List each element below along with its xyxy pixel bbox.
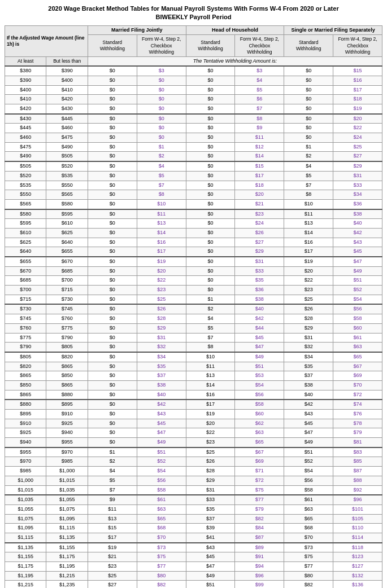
cell: $640 — [5, 247, 46, 257]
cell: $1,195 — [46, 562, 88, 572]
cell: $0 — [186, 209, 235, 219]
cell: $47 — [235, 343, 284, 352]
cell: $40 — [333, 219, 382, 229]
hoh-w4-header: Form W-4, Step 2, Checkbox Withholding — [235, 35, 284, 56]
cell: $865 — [46, 362, 88, 371]
cell: $380 — [5, 66, 46, 76]
cell: $67 — [235, 447, 284, 457]
cell: $41 — [186, 533, 235, 542]
cell: $79 — [333, 428, 382, 438]
cell: $10 — [186, 352, 235, 362]
cell: $1,035 — [5, 495, 46, 504]
cell: $54 — [235, 380, 284, 390]
table-row: $520$535$0$5$0$17$5$31 — [5, 171, 382, 181]
cell: $445 — [5, 124, 46, 133]
cell: $0 — [88, 390, 137, 400]
cell: $114 — [333, 533, 382, 542]
cell: $0 — [186, 124, 235, 133]
cell: $0 — [88, 295, 137, 304]
table-row: $1,135$1,155$19$73$43$89$73$118 — [5, 543, 382, 552]
cell: $865 — [5, 390, 46, 400]
table-row: $475$490$0$1$0$12$1$25 — [5, 142, 382, 152]
cell: $81 — [333, 438, 382, 447]
cell: $33 — [186, 495, 235, 504]
cell: $420 — [46, 95, 88, 104]
cell: $43 — [137, 410, 186, 419]
cell: $65 — [333, 352, 382, 362]
table-row: $1,175$1,195$23$77$47$94$77$127 — [5, 562, 382, 572]
cell: $820 — [46, 352, 88, 362]
cell: $0 — [284, 66, 333, 76]
cell: $0 — [137, 85, 186, 95]
cell: $0 — [88, 209, 137, 219]
cell: $2 — [284, 152, 333, 161]
cell: $23 — [284, 286, 333, 295]
cell: $23 — [137, 286, 186, 295]
cell: $6 — [235, 95, 284, 104]
cell: $880 — [46, 390, 88, 400]
cell: $475 — [46, 133, 88, 143]
cell: $44 — [235, 323, 284, 333]
cell: $580 — [5, 209, 46, 219]
cell: $0 — [88, 104, 137, 114]
table-row: $1,000$1,015$5$56$29$72$56$88 — [5, 476, 382, 485]
cell: $25 — [186, 447, 235, 457]
cell: $625 — [46, 228, 88, 238]
cell: $73 — [137, 543, 186, 552]
cell: $42 — [284, 400, 333, 409]
cell: $565 — [46, 190, 88, 200]
table-row: $955$970$1$51$25$67$51$83 — [5, 447, 382, 457]
cell: $1 — [284, 142, 333, 152]
cell: $0 — [137, 76, 186, 85]
cell: $56 — [333, 304, 382, 314]
cell: $0 — [186, 133, 235, 143]
cell: $5 — [235, 85, 284, 95]
cell: $34 — [137, 352, 186, 362]
cell: $0 — [186, 152, 235, 161]
cell: $0 — [88, 266, 137, 276]
cell: $0 — [88, 190, 137, 200]
cell: $79 — [235, 504, 284, 514]
cell: $35 — [284, 362, 333, 371]
cell: $7 — [235, 104, 284, 114]
cell: $69 — [333, 371, 382, 381]
cell: $25 — [137, 295, 186, 304]
cell: $68 — [284, 524, 333, 533]
cell: $78 — [333, 419, 382, 428]
table-row: $1,035$1,055$9$61$33$77$61$96 — [5, 495, 382, 504]
table-row: $730$745$0$26$2$40$26$56 — [5, 304, 382, 314]
cell: $9 — [235, 124, 284, 133]
table-row: $685$700$0$22$0$35$22$51 — [5, 276, 382, 286]
cell: $925 — [5, 428, 46, 438]
cell: $0 — [186, 199, 235, 209]
cell: $460 — [5, 133, 46, 143]
cell: $118 — [333, 543, 382, 552]
cell: $23 — [235, 209, 284, 219]
cell: $0 — [88, 219, 137, 229]
cell: $8 — [284, 190, 333, 200]
cell: $56 — [284, 476, 333, 485]
cell: $10 — [284, 199, 333, 209]
cell: $1,035 — [46, 485, 88, 495]
cell: $60 — [333, 323, 382, 333]
table-row: $1,195$1,215$25$80$49$96$80$132 — [5, 571, 382, 581]
cell: $45 — [333, 247, 382, 257]
cell: $910 — [46, 410, 88, 419]
cell: $13 — [186, 371, 235, 381]
cell: $0 — [186, 85, 235, 95]
cell: $0 — [88, 199, 137, 209]
table-row: $985$1,000$4$54$28$71$54$87 — [5, 467, 382, 476]
table-row: $1,215$1,235$27$82$51$99$82$136 — [5, 581, 382, 588]
cell: $25 — [333, 142, 382, 152]
cell: $58 — [333, 314, 382, 324]
cell: $37 — [284, 371, 333, 381]
cell: $760 — [5, 323, 46, 333]
cell: $17 — [186, 400, 235, 409]
cell: $14 — [186, 380, 235, 390]
cell: $1,135 — [5, 543, 46, 552]
cell: $0 — [88, 152, 137, 161]
cell: $132 — [333, 571, 382, 581]
cell: $22 — [333, 124, 382, 133]
cell: $82 — [235, 514, 284, 524]
cell: $925 — [46, 419, 88, 428]
